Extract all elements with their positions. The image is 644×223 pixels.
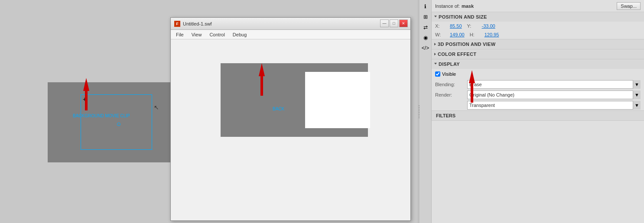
- h-label: H:: [470, 32, 483, 37]
- instance-of-label: Instance of: mask: [435, 3, 474, 9]
- swf-title: Untitled-1.swf: [183, 21, 407, 26]
- render-label: Render:: [435, 92, 465, 97]
- transform-icon[interactable]: ⊞: [421, 12, 430, 22]
- close-button[interactable]: ✕: [399, 19, 408, 27]
- transparent-select-control: Transparent ▼: [467, 101, 641, 110]
- xy-fields: X: 85.50 Y: -33.00: [432, 22, 644, 30]
- transparent-select[interactable]: Transparent: [467, 101, 633, 110]
- x-field: X: 85.50: [435, 23, 462, 29]
- mouse-cursor: ↖: [154, 104, 159, 111]
- panel-toolbar: ℹ ⊞ ⇄ ◉ </>: [420, 0, 432, 223]
- 3d-position-section: 3D POSITION AND VIEW: [432, 39, 644, 49]
- color-icon[interactable]: ◉: [421, 33, 430, 42]
- color-effect-label: COLOR EFFECT: [438, 52, 476, 57]
- swf-window-controls: — □ ✕: [380, 19, 408, 27]
- position-size-header[interactable]: POSITION AND SIZE: [432, 12, 644, 22]
- x-value[interactable]: 85.50: [450, 23, 462, 29]
- swf-content: BACK: [171, 39, 410, 220]
- render-select[interactable]: Original (No Change): [467, 90, 641, 99]
- maximize-button[interactable]: □: [390, 19, 398, 27]
- color-effect-header[interactable]: COLOR EFFECT: [432, 49, 644, 59]
- position-size-label: POSITION AND SIZE: [439, 14, 487, 19]
- collapse-triangle-color: [434, 53, 436, 55]
- display-header[interactable]: DISPLAY: [432, 59, 644, 69]
- collapse-triangle-3d: [434, 43, 436, 45]
- stage-label-text: BACKGROUND MOVIE CLIP: [73, 113, 130, 118]
- 3d-position-header[interactable]: 3D POSITION AND VIEW: [432, 39, 644, 49]
- color-effect-section: COLOR EFFECT: [432, 49, 644, 59]
- instance-label-text: Instance of:: [435, 3, 460, 9]
- menu-debug[interactable]: Debug: [229, 31, 250, 38]
- menu-control[interactable]: Control: [206, 31, 228, 38]
- h-field: H: 120.95: [470, 32, 499, 37]
- swf-mask-box: [305, 72, 370, 128]
- color-swatch[interactable]: [634, 102, 641, 109]
- swap-button[interactable]: Swap...: [617, 2, 641, 10]
- w-value[interactable]: 149.00: [450, 32, 465, 37]
- transparent-row: Transparent ▼: [432, 100, 644, 110]
- filters-section: FILTERS: [432, 111, 644, 121]
- center-marker: [117, 123, 120, 126]
- swf-stage-text: BACK: [273, 107, 284, 111]
- code-icon[interactable]: </>: [421, 43, 430, 53]
- instance-name-text: mask: [462, 3, 474, 9]
- w-label: W:: [435, 32, 448, 37]
- h-value[interactable]: 120.95: [485, 32, 499, 37]
- filters-header[interactable]: FILTERS: [432, 111, 644, 120]
- stage-label: BACKGROUND MOVIE CLIP: [73, 113, 130, 118]
- swf-app-icon: F: [174, 21, 180, 27]
- y-label: Y:: [467, 23, 480, 29]
- collapse-triangle-position: [434, 16, 437, 19]
- menu-view[interactable]: View: [188, 31, 205, 38]
- blending-select[interactable]: Erase: [467, 80, 641, 89]
- instance-header: Instance of: mask Swap...: [432, 0, 644, 12]
- blending-label: Blending:: [435, 82, 465, 87]
- visible-label: Visible: [442, 71, 456, 77]
- swf-window: F Untitled-1.swf — □ ✕ File View Control…: [170, 17, 411, 221]
- wh-fields: W: 149.00 H: 120.95: [432, 30, 644, 39]
- y-value[interactable]: -33.00: [482, 23, 495, 29]
- info-icon[interactable]: ℹ: [421, 2, 430, 11]
- x-label: X:: [435, 23, 448, 29]
- display-section: DISPLAY Visible Blending: Erase ▼ Render…: [432, 59, 644, 111]
- properties-panel: Instance of: mask Swap... POSITION AND S…: [432, 0, 644, 223]
- visible-row: Visible: [432, 69, 644, 79]
- visible-checkbox[interactable]: [435, 71, 440, 77]
- y-field: Y: -33.00: [467, 23, 495, 29]
- swf-titlebar: F Untitled-1.swf — □ ✕: [171, 18, 410, 30]
- minimize-button[interactable]: —: [380, 19, 389, 27]
- menu-file[interactable]: File: [172, 31, 187, 38]
- swf-menubar: File View Control Debug: [171, 30, 410, 39]
- collapse-triangle-display: [434, 63, 437, 66]
- position-size-section: POSITION AND SIZE X: 85.50 Y: -33.00 W: …: [432, 12, 644, 39]
- w-field: W: 149.00: [435, 32, 465, 37]
- render-select-control: Original (No Change) ▼: [467, 90, 641, 99]
- blending-select-control: Erase ▼: [467, 80, 641, 89]
- swap-icon[interactable]: ⇄: [421, 23, 430, 32]
- render-row: Render: Original (No Change) ▼: [432, 90, 644, 100]
- display-label: DISPLAY: [439, 61, 460, 67]
- blending-row: Blending: Erase ▼: [432, 79, 644, 90]
- swf-stage: BACK: [221, 63, 368, 137]
- filters-label: FILTERS: [436, 113, 455, 118]
- selection-box: [81, 94, 152, 150]
- 3d-position-label: 3D POSITION AND VIEW: [438, 42, 495, 47]
- visible-checkbox-group: Visible: [435, 71, 456, 77]
